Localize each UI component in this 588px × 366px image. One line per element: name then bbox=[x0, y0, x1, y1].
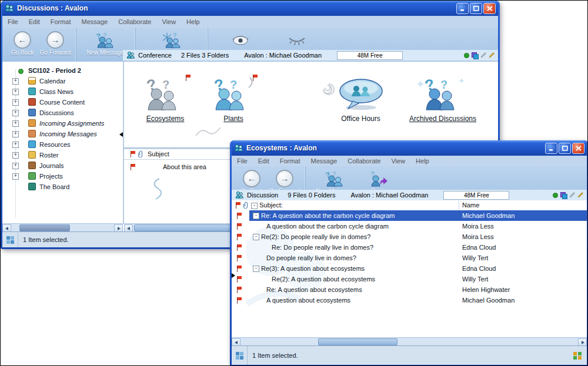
paperclip-column-icon[interactable] bbox=[138, 150, 143, 160]
collapse-toggle[interactable] bbox=[253, 266, 259, 272]
menu-item[interactable]: Help bbox=[410, 157, 435, 164]
name-column-header[interactable]: Name bbox=[462, 200, 479, 210]
title-bar[interactable]: Discussions : Avalon bbox=[2, 1, 498, 16]
expand-plus-icon[interactable] bbox=[12, 89, 19, 95]
subject-column-header[interactable]: Subject bbox=[148, 149, 169, 159]
tree-item[interactable]: Class News bbox=[2, 86, 123, 97]
scroll-right-button[interactable] bbox=[114, 224, 123, 232]
expand-plus-icon[interactable] bbox=[12, 152, 19, 159]
flag-column-icon[interactable] bbox=[130, 151, 136, 157]
message-row[interactable]: A question about the carbon cycle diagra… bbox=[232, 221, 587, 231]
go-forward-button[interactable]: → Go Forward bbox=[39, 28, 72, 62]
expand-plus-icon[interactable] bbox=[12, 173, 19, 180]
menu-item[interactable]: File bbox=[2, 18, 24, 25]
message-row[interactable]: Re(2): A question about ecosystems Willy… bbox=[232, 274, 587, 284]
list-horizontal-scrollbar[interactable] bbox=[232, 337, 587, 346]
tree-item[interactable]: Projects bbox=[2, 171, 123, 182]
conference-item-office-hours[interactable]: Office Hours bbox=[327, 77, 395, 123]
menu-item[interactable]: Edit bbox=[24, 18, 45, 25]
menu-item[interactable]: View bbox=[156, 18, 181, 25]
tree-root-item[interactable]: SCI102 - Period 2 bbox=[2, 65, 123, 76]
menu-item[interactable]: Collaborate bbox=[342, 157, 386, 164]
splitter-collapse-arrow[interactable] bbox=[232, 273, 235, 278]
title-bar[interactable]: Ecosystems : Avalon bbox=[232, 140, 587, 156]
tree-item[interactable]: Roster bbox=[2, 150, 123, 160]
layout-grid-icon[interactable] bbox=[573, 351, 582, 360]
scroll-left-button[interactable] bbox=[232, 338, 240, 346]
maximize-button[interactable] bbox=[559, 143, 571, 154]
green-dot-icon bbox=[18, 69, 24, 74]
tree-item[interactable]: Incoming Messages bbox=[2, 129, 123, 139]
minimize-button[interactable] bbox=[456, 3, 469, 14]
item-counts: 2 Files 3 Folders bbox=[181, 52, 229, 59]
maximize-button[interactable] bbox=[470, 3, 482, 14]
gold-pencil-icon[interactable] bbox=[489, 52, 495, 58]
menu-item[interactable]: Message bbox=[76, 18, 113, 25]
message-row[interactable]: A question about ecosystems Michael Good… bbox=[232, 295, 587, 305]
expand-plus-icon[interactable] bbox=[12, 78, 19, 85]
tree-item[interactable]: Calendar bbox=[2, 76, 123, 86]
conference-item-plants[interactable]: ?? Plants bbox=[205, 77, 262, 123]
expand-plus-icon[interactable] bbox=[12, 99, 19, 106]
menu-item[interactable]: Collaborate bbox=[113, 18, 156, 25]
message-row[interactable]: Re: Do people really live in domes? Edna… bbox=[232, 242, 587, 253]
tree-item-icon bbox=[28, 151, 36, 159]
collapse-all-icon[interactable] bbox=[251, 203, 258, 209]
subject-column-header[interactable]: Subject: bbox=[259, 200, 283, 210]
collapse-toggle[interactable] bbox=[253, 213, 259, 219]
presence-dot-icon[interactable] bbox=[464, 53, 469, 58]
flag-icon bbox=[185, 75, 191, 81]
pencil-icon[interactable] bbox=[480, 52, 486, 58]
tree-item[interactable]: Discussions bbox=[2, 108, 123, 118]
view-grid-icon[interactable] bbox=[235, 351, 244, 360]
close-button[interactable] bbox=[483, 3, 496, 14]
presence-dot-icon[interactable] bbox=[553, 193, 558, 198]
office-hours-icon bbox=[332, 77, 390, 111]
pencil-icon[interactable] bbox=[569, 192, 575, 198]
tree-item[interactable]: Journals bbox=[2, 160, 123, 171]
scrollbar-thumb[interactable] bbox=[19, 224, 70, 231]
menu-item[interactable]: Edit bbox=[253, 157, 275, 164]
layers-icon[interactable] bbox=[560, 192, 567, 198]
expand-plus-icon[interactable] bbox=[12, 163, 19, 169]
menu-item[interactable]: Format bbox=[275, 157, 306, 164]
scrollbar-thumb[interactable] bbox=[318, 338, 397, 345]
conference-item-ecosystems[interactable]: ?? Ecosystems bbox=[136, 77, 195, 123]
message-row[interactable]: Re(3): A question about ecosystems Edna … bbox=[232, 263, 587, 274]
expand-plus-icon[interactable] bbox=[12, 142, 19, 148]
close-button[interactable] bbox=[572, 143, 584, 154]
message-row[interactable]: Re: A question about the carbon cycle di… bbox=[232, 210, 587, 221]
menu-item[interactable]: Format bbox=[45, 18, 76, 25]
go-back-button[interactable]: ← Go Back bbox=[6, 28, 39, 62]
scroll-left-button[interactable] bbox=[2, 224, 11, 232]
tree-item[interactable]: Incoming Assignments bbox=[2, 118, 123, 129]
tree-horizontal-scrollbar[interactable] bbox=[2, 223, 123, 232]
menu-item[interactable]: Message bbox=[306, 157, 343, 164]
layers-icon[interactable] bbox=[472, 52, 478, 58]
tree-item[interactable]: Course Content bbox=[2, 97, 123, 108]
message-subject: Re: Do people really live in domes? bbox=[272, 242, 373, 253]
message-row[interactable]: Do people really live in domes? Willy Te… bbox=[232, 253, 587, 263]
scrollbar-thumb[interactable] bbox=[134, 224, 233, 231]
message-row[interactable]: Re: A question about ecosystems Helen Hi… bbox=[232, 284, 587, 295]
gold-pencil-icon[interactable] bbox=[577, 192, 583, 198]
splitter-collapse-arrow[interactable] bbox=[119, 132, 123, 137]
message-row[interactable]: Re(2): Do people really live in domes? M… bbox=[232, 231, 587, 242]
tree-item[interactable]: Resources bbox=[2, 139, 123, 150]
tree-item-icon bbox=[28, 162, 36, 169]
expand-plus-icon[interactable] bbox=[12, 110, 19, 116]
menu-item[interactable]: View bbox=[386, 157, 410, 164]
flag-column-icon[interactable] bbox=[235, 202, 241, 209]
collapse-toggle[interactable] bbox=[253, 234, 259, 240]
scroll-right-button[interactable] bbox=[578, 338, 587, 346]
minimize-button[interactable] bbox=[545, 143, 557, 154]
menu-item[interactable]: Help bbox=[181, 18, 205, 25]
scroll-left-button[interactable] bbox=[124, 224, 133, 232]
status-text: 1 Item selected. bbox=[23, 236, 69, 243]
view-grid-icon[interactable] bbox=[6, 236, 15, 244]
expand-plus-icon[interactable] bbox=[12, 120, 19, 127]
expand-plus-icon[interactable] bbox=[12, 131, 19, 137]
conference-item-archived-discussions[interactable]: ?? Archived Discussions bbox=[402, 77, 484, 123]
tree-item[interactable]: The Board bbox=[2, 182, 123, 192]
menu-item[interactable]: File bbox=[232, 157, 253, 164]
